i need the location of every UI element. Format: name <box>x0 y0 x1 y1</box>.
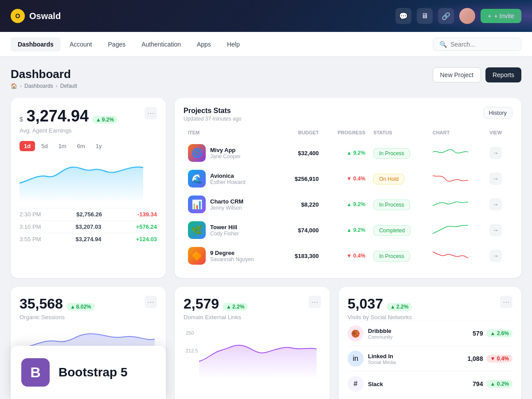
earnings-more-button[interactable]: ⋯ <box>145 107 157 119</box>
mini-chart <box>433 223 468 236</box>
page-header: Dashboard 🏠 › Dashboards › Default New P… <box>11 67 521 89</box>
col-view: VIEW <box>486 130 512 140</box>
reports-button[interactable]: Reports <box>485 67 521 82</box>
view-button[interactable]: → <box>489 198 502 211</box>
sessions-subtitle: Organic Sessions <box>20 314 95 321</box>
topbar-icon-share[interactable]: 🔗 <box>438 8 454 24</box>
nav-item-help[interactable]: Help <box>220 37 247 51</box>
social-more-button[interactable]: ⋯ <box>500 296 512 308</box>
time-filter-1y[interactable]: 1y <box>91 141 106 151</box>
invite-icon: + <box>488 12 491 20</box>
social-count: 5,037 <box>348 296 383 312</box>
user-avatar[interactable] <box>459 8 475 24</box>
table-row: 📊 Charto CRMJenny Wilson $8,220 ▲ 9.2% I… <box>184 192 512 217</box>
projects-title: Projects Stats <box>184 107 242 115</box>
currency-symbol: $ <box>20 116 23 123</box>
col-item: ITEM <box>184 130 281 140</box>
view-button[interactable]: → <box>489 147 502 159</box>
projects-header: Projects Stats Updated 37 minutes ago Hi… <box>184 107 512 122</box>
invite-button[interactable]: + + Invite <box>481 9 521 23</box>
social-badge: ▲ 2.2% <box>387 303 412 311</box>
breadcrumb-home-icon: 🏠 <box>11 83 17 89</box>
nav-item-apps[interactable]: Apps <box>190 37 218 51</box>
earnings-subtitle: Avg. Agent Earnings <box>20 127 117 134</box>
sessions-count: 35,568 <box>20 296 63 312</box>
data-rows: 2:30 PM $2,756.26 -139.34 3:10 PM $3,207… <box>20 208 157 245</box>
social-row-dribbble: 🏀 DribbbleCommunity 579 ▲ 2.6% <box>348 321 512 346</box>
new-project-button[interactable]: New Project <box>433 67 481 82</box>
domain-badge: ▲ 2.2% <box>223 303 248 311</box>
search-icon: 🔍 <box>439 41 447 48</box>
main-navbar: Dashboards Account Pages Authentication … <box>0 32 532 57</box>
projects-subtitle: Updated 37 minutes ago <box>184 116 242 122</box>
earnings-badge: ▲ 9.2% <box>92 116 117 124</box>
social-row-linkedin: in Linked InSocial Media 1,088 ▼ 0.4% <box>348 346 512 371</box>
view-button[interactable]: → <box>489 250 502 262</box>
nav-item-account[interactable]: Account <box>63 37 99 51</box>
projects-title-area: Projects Stats Updated 37 minutes ago <box>184 107 242 122</box>
history-button[interactable]: History <box>483 107 512 119</box>
search-bar[interactable]: 🔍 <box>433 38 521 51</box>
breadcrumb-dashboards: Dashboards <box>24 83 53 89</box>
mini-chart <box>433 145 468 159</box>
logo-icon: O <box>11 9 25 23</box>
topbar-icon-screen[interactable]: 🖥 <box>417 8 433 24</box>
linkedin-icon: in <box>348 351 364 367</box>
social-card: 5,037 ▲ 2.2% Visits by Social Networks ⋯… <box>339 287 521 399</box>
social-header: 5,037 ▲ 2.2% Visits by Social Networks <box>348 296 412 321</box>
bootstrap-logo: B <box>21 358 50 387</box>
nav-item-authentication[interactable]: Authentication <box>134 37 188 51</box>
project-budget: $32,400 <box>285 150 319 156</box>
time-filter-6m[interactable]: 6m <box>73 141 90 151</box>
topbar-actions: 💬 🖥 🔗 + + Invite <box>395 8 521 24</box>
col-progress: PROGRESS <box>323 130 369 140</box>
project-icon: 🌀 <box>188 144 206 162</box>
page-title: Dashboard <box>11 67 77 81</box>
time-filters: 1d 5d 1m 6m 1y <box>20 141 157 151</box>
invite-label: + Invite <box>494 12 514 20</box>
earnings-header: $ 3,274.94 ▲ 9.2% Avg. Agent Earnings <box>20 107 117 134</box>
status-badge: In Process <box>373 148 410 159</box>
mini-chart <box>433 248 468 262</box>
project-progress: ▲ 9.2% <box>327 150 365 156</box>
time-filter-1d[interactable]: 1d <box>20 141 35 151</box>
bootstrap-overlay: B Bootstrap 5 <box>11 346 166 399</box>
data-row: 2:30 PM $2,756.26 -139.34 <box>20 208 157 220</box>
breadcrumb-default: Default <box>60 83 77 89</box>
time-filter-5d[interactable]: 5d <box>37 141 52 151</box>
domain-header: 2,579 ▲ 2.2% Domain External Links <box>184 296 248 321</box>
table-row: 🌿 Tower HillCody Fisher $74,000 ▲ 9.2% C… <box>184 218 512 243</box>
domain-count: 2,579 <box>184 296 219 312</box>
topbar-icon-chat[interactable]: 💬 <box>395 8 411 24</box>
status-badge: Completed <box>373 225 411 236</box>
projects-table: ITEM BUDGET PROGRESS STATUS CHART VIEW 🌀 <box>184 129 512 269</box>
header-left: Dashboard 🏠 › Dashboards › Default <box>11 67 77 89</box>
view-button[interactable]: → <box>489 224 502 236</box>
nav-item-dashboards[interactable]: Dashboards <box>11 37 61 51</box>
social-row-slack: # Slack 794 ▲ 0.2% <box>348 371 512 396</box>
earnings-amount: 3,274.94 <box>27 107 89 125</box>
project-icon: 🌊 <box>188 170 206 188</box>
domain-more-button[interactable]: ⋯ <box>309 296 321 308</box>
bootstrap-text: Bootstrap 5 <box>59 365 128 379</box>
view-button[interactable]: → <box>489 172 502 185</box>
search-input[interactable] <box>450 41 515 48</box>
domain-chart: 250 212.5 <box>184 326 321 379</box>
dribbble-icon: 🏀 <box>348 325 364 341</box>
status-badge: In Process <box>373 200 410 210</box>
cards-row-1: $ 3,274.94 ▲ 9.2% Avg. Agent Earnings ⋯ … <box>11 98 521 278</box>
col-chart: CHART <box>429 130 485 140</box>
breadcrumb: 🏠 › Dashboards › Default <box>11 83 77 89</box>
svg-text:250: 250 <box>186 330 194 336</box>
sessions-more-button[interactable]: ⋯ <box>145 296 157 308</box>
app-name: Oswald <box>29 11 61 21</box>
social-subtitle: Visits by Social Networks <box>348 314 412 321</box>
earnings-card: $ 3,274.94 ▲ 9.2% Avg. Agent Earnings ⋯ … <box>11 98 166 278</box>
table-row: 🌊 AvionicaEsther Howard $256,910 ▼ 0.4% … <box>184 166 512 191</box>
domain-subtitle: Domain External Links <box>184 314 248 321</box>
svg-text:212.5: 212.5 <box>186 348 198 353</box>
time-filter-1m[interactable]: 1m <box>54 141 71 151</box>
nav-item-pages[interactable]: Pages <box>101 37 133 51</box>
data-row: 3:55 PM $3,274.94 +124.03 <box>20 233 157 245</box>
mini-chart <box>433 171 468 184</box>
